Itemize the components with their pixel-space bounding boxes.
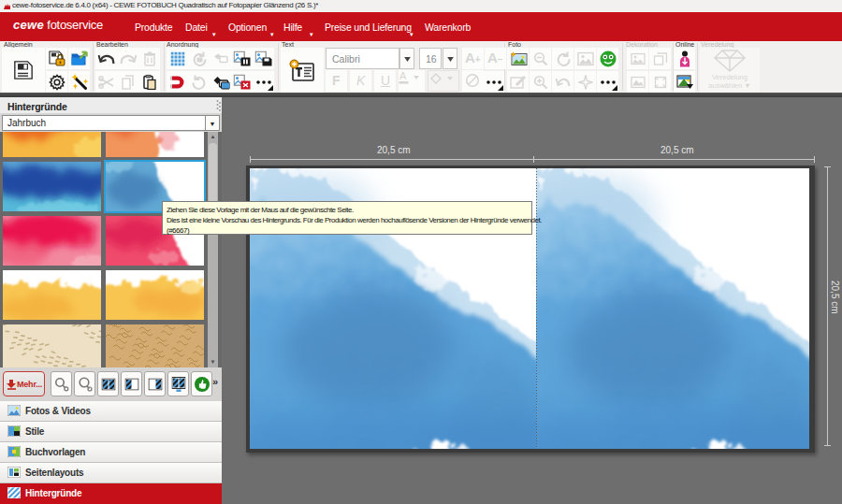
svg-text:A: A bbox=[399, 70, 407, 81]
